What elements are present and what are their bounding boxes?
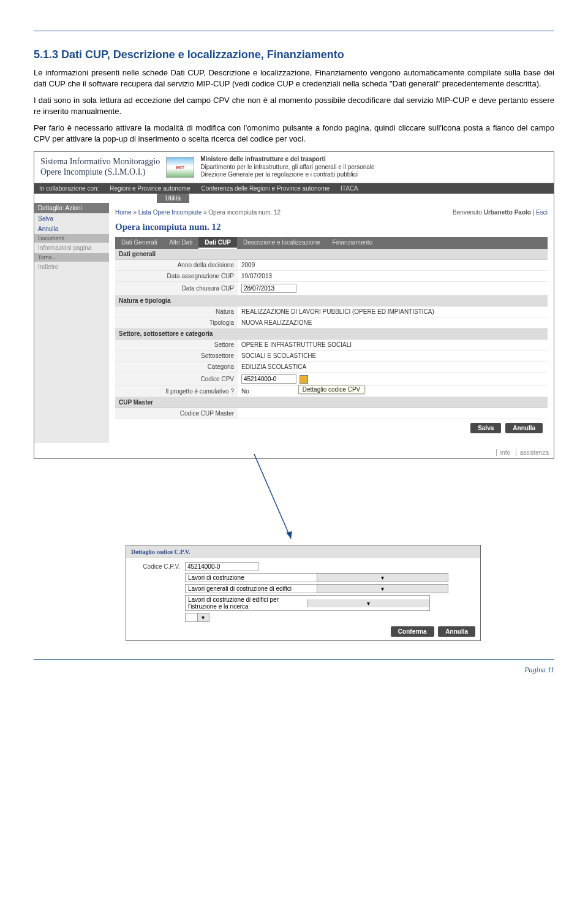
ministry-sub1: Dipartimento per le infrastrutture, gli … — [200, 164, 374, 170]
app-title-2: Opere Incompiute (S.I.M.O.I.) — [40, 167, 160, 178]
sb-head-documenti: Documenti — [34, 234, 109, 243]
section-cup-master: CUP Master — [115, 397, 548, 408]
sb-head-torna: Torna... — [34, 253, 109, 262]
main-area: Home » Lista Opere Incompiute » Opera in… — [109, 203, 554, 443]
popup-title: Dettaglio codice C.P.V. — [126, 545, 480, 558]
crumb-sep1: » — [133, 209, 138, 216]
page-title: Opera incompiuta num. 12 — [115, 222, 548, 232]
section-settore: Settore, sottosettore e categoria — [115, 328, 548, 340]
popup-window: Dettaglio codice C.P.V. Codice C.P.V. La… — [126, 545, 481, 641]
popup-select-3[interactable]: Lavori di costruzione di edifici per l'i… — [185, 595, 430, 611]
crumb-lista[interactable]: Lista Opere Incompiute — [138, 209, 202, 216]
popup-select-4[interactable]: ▾ — [185, 613, 209, 622]
value-natura: REALIZZAZIONE DI LAVORI PUBBLICI (OPERE … — [238, 306, 548, 317]
util-menu[interactable]: Utilità — [157, 194, 189, 203]
arrow-connector — [34, 459, 554, 545]
label-cpv: Codice CPV — [115, 372, 238, 385]
section-heading: 5.1.3 Dati CUP, Descrizione e localizzaz… — [34, 48, 554, 61]
button-row: Salva Annulla — [115, 419, 548, 437]
ministry-block: Ministero delle infrastrutture e dei tra… — [200, 156, 374, 179]
form-dati-generali: Anno della decisione 2009 Data assegnazi… — [115, 260, 548, 295]
value-cup-master — [238, 408, 548, 419]
label-anno: Anno della decisione — [115, 260, 238, 271]
popup-sel3-text: Lavori di costruzione di edifici per l'i… — [186, 596, 307, 610]
label-natura: Natura — [115, 306, 238, 317]
collab-2[interactable]: Conferenza delle Regioni e Province auto… — [202, 185, 330, 192]
collab-3[interactable]: ITACA — [341, 185, 358, 192]
value-anno: 2009 — [238, 260, 548, 271]
collab-bar: In collaborazione con: Regioni e Provinc… — [34, 183, 554, 194]
value-data-assegn: 19/07/2013 — [238, 270, 548, 281]
crumb-home[interactable]: Home — [115, 209, 132, 216]
tab-altri-dati[interactable]: Altri Dati — [163, 237, 198, 249]
chevron-down-icon: ▾ — [317, 574, 448, 582]
app-title-block: Sistema Informativo Monitoraggio Opere I… — [40, 157, 160, 178]
input-cpv[interactable] — [241, 374, 296, 384]
footer-assistenza[interactable]: assistenza — [516, 449, 549, 456]
form-settore: Settore OPERE E INFRASTRUTTURE SOCIALI S… — [115, 340, 548, 397]
breadcrumb: Home » Lista Opere Incompiute » Opera in… — [115, 209, 281, 216]
popup-select-1[interactable]: Lavori di costruzione▾ — [185, 573, 448, 582]
app-header: Sistema Informativo Monitoraggio Opere I… — [34, 152, 554, 183]
section-natura: Natura e tipologia — [115, 295, 548, 306]
tab-descrizione[interactable]: Descrizione e localizzazione — [237, 237, 326, 249]
ministry-title: Ministero delle infrastrutture e dei tra… — [200, 156, 325, 162]
sb-salva[interactable]: Salva — [34, 213, 109, 224]
paragraph-3: Per farlo è necessario attivare la modal… — [34, 123, 554, 144]
sidebar: Dettaglio: Azioni Salva Annulla Document… — [34, 203, 109, 443]
tab-finanziamento[interactable]: Finanziamento — [326, 237, 379, 249]
footer-info[interactable]: info — [496, 449, 510, 456]
mit-logo-icon: MIT — [166, 157, 194, 178]
sb-info-pagina[interactable]: Informazioni pagina — [34, 243, 109, 253]
collab-1[interactable]: Regioni e Province autonome — [110, 185, 190, 192]
welcome-block: Benvenuto Urbanetto Paolo | Esci — [453, 209, 548, 216]
label-sottosettore: Sottosettore — [115, 350, 238, 361]
label-tipologia: Tipologia — [115, 317, 238, 328]
app-title-1: Sistema Informativo Monitoraggio — [40, 157, 160, 167]
label-settore: Settore — [115, 340, 238, 351]
top-rule — [34, 31, 554, 31]
popup-select-2[interactable]: Lavori generali di costruzione di edific… — [185, 584, 448, 593]
logout-link[interactable]: Esci — [536, 209, 548, 216]
input-data-chiusura[interactable] — [241, 284, 296, 293]
util-row: Utilità — [34, 194, 554, 203]
label-data-chiusura: Data chiusura CUP — [115, 281, 238, 295]
app-body: Dettaglio: Azioni Salva Annulla Document… — [34, 203, 554, 443]
popup-sel2-text: Lavori generali di costruzione di edific… — [186, 585, 317, 593]
label-categoria: Categoria — [115, 361, 238, 372]
sb-head-dettaglio: Dettaglio: Azioni — [34, 203, 109, 213]
chevron-down-icon: ▾ — [197, 613, 209, 621]
popup-confirm-button[interactable]: Conferma — [391, 626, 434, 637]
save-button[interactable]: Salva — [470, 423, 501, 433]
arrow-icon — [217, 454, 340, 546]
tab-dati-generali[interactable]: Dati Generali — [115, 237, 163, 249]
popup-label-code: Codice C.P.V. — [131, 563, 180, 570]
section-dati-generali: Dati generali — [115, 249, 548, 260]
value-cumul: No — [238, 386, 548, 397]
sb-indietro[interactable]: Indietro — [34, 262, 109, 272]
breadcrumb-row: Home » Lista Opere Incompiute » Opera in… — [115, 207, 548, 222]
value-settore: OPERE E INFRASTRUTTURE SOCIALI — [238, 340, 548, 351]
tab-dati-cup[interactable]: Dati CUP — [198, 237, 237, 249]
cancel-button[interactable]: Annulla — [505, 423, 543, 433]
form-natura: Natura REALIZZAZIONE DI LAVORI PUBBLICI … — [115, 306, 548, 328]
app-window: Sistema Informativo Monitoraggio Opere I… — [34, 151, 554, 459]
cpv-detail-icon[interactable] — [300, 375, 308, 384]
form-cup-master: Codice CUP Master — [115, 408, 548, 419]
value-tipologia: NUOVA REALIZZAZIONE — [238, 317, 548, 328]
paragraph-1: Le informazioni presenti nelle schede Da… — [34, 67, 554, 89]
sb-annulla[interactable]: Annulla — [34, 224, 109, 234]
popup-sel4-text — [186, 617, 197, 618]
popup-body: Codice C.P.V. Lavori di costruzione▾ Lav… — [126, 558, 480, 640]
popup-cancel-button[interactable]: Annulla — [438, 626, 475, 637]
svg-line-0 — [254, 454, 291, 539]
page-footer: Pagina 11 — [34, 659, 554, 675]
ministry-sub2: Direzione Generale per la regolazione e … — [200, 171, 358, 178]
cpv-tooltip: Dettaglio codice CPV — [298, 385, 365, 394]
label-cup-master: Codice CUP Master — [115, 408, 238, 419]
svg-marker-1 — [286, 531, 292, 539]
chevron-down-icon: ▾ — [317, 585, 448, 593]
user-name: Urbanetto Paolo — [484, 209, 531, 216]
popup-input-code[interactable] — [185, 562, 258, 571]
value-sottosettore: SOCIALI E SCOLASTICHE — [238, 350, 548, 361]
